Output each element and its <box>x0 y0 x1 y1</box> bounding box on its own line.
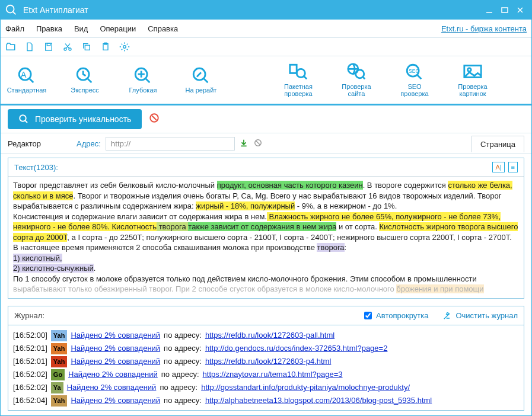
new-doc-icon[interactable] <box>24 41 35 52</box>
paste-icon[interactable] <box>100 41 111 52</box>
magnify-pencil-icon <box>191 66 211 85</box>
autoscroll-input[interactable] <box>364 312 372 319</box>
cut-icon[interactable] <box>62 41 73 52</box>
app-window: { "title": "Etxt Антиплагиат", "menu": {… <box>0 0 532 416</box>
editor-text[interactable]: Творог представляет из себя белковый кис… <box>8 177 524 298</box>
minimize-button[interactable] <box>482 4 497 16</box>
mode-seo[interactable]: SEO SEO проверка <box>394 63 435 97</box>
autoscroll-checkbox[interactable]: Автопрокрутка <box>362 310 428 321</box>
source-badge: Yah <box>51 330 68 341</box>
url-link[interactable]: https://znaytovar.ru/tema10.html?page=3 <box>203 368 343 381</box>
titlebar: Etxt Антиплагиат <box>1 1 531 20</box>
match-link[interactable]: Найдено 2% совпадений <box>71 342 160 355</box>
text-counter: Текст(1203): <box>14 163 58 172</box>
match-link[interactable]: Найдено 2% совпадений <box>68 368 158 381</box>
svg-rect-15 <box>290 65 297 73</box>
stop-icon[interactable] <box>149 113 160 126</box>
mode-rewrite[interactable]: На рерайт <box>181 66 221 94</box>
check-bar: Проверить уникальность <box>1 105 531 133</box>
journal-result: [16:52:05] Уникальность текста 79%© <box>13 408 519 411</box>
url-link[interactable]: https://refdb.ru/look/1272603-p4.html <box>205 355 331 368</box>
svg-rect-1 <box>502 8 508 12</box>
mode-standard[interactable]: A Стандартная <box>7 66 47 94</box>
toolbar-small <box>1 38 531 56</box>
url-link[interactable]: https://refdb.ru/look/1272603-pall.html <box>205 329 335 342</box>
time: [16:52:00] <box>13 329 47 342</box>
journal-row: [16:52:01] Yah Найдено 2% совпадений по … <box>13 342 519 355</box>
download-icon[interactable] <box>240 139 248 149</box>
magnify-a-icon: A <box>17 66 37 85</box>
label: На рерайт <box>186 87 217 94</box>
match-link[interactable]: Найдено 2% совпадений <box>67 381 157 394</box>
journal-row: [16:52:02] Ya Найдено 2% совпадений по а… <box>13 381 519 394</box>
time: [16:52:01] <box>13 342 47 355</box>
label: Проверка сайта <box>342 83 371 97</box>
match-link[interactable]: Найдено 2% совпадений <box>71 394 160 407</box>
seo-icon: SEO <box>404 63 425 82</box>
mode-batch[interactable]: Пакетная проверка <box>278 63 318 97</box>
app-logo-icon <box>4 3 18 17</box>
label: SEO проверка <box>400 83 428 97</box>
uniqueness-result[interactable]: Уникальность текста 79%© <box>53 408 171 411</box>
copy-icon[interactable] <box>81 41 92 52</box>
save-icon[interactable] <box>43 41 54 52</box>
open-icon[interactable] <box>5 41 16 52</box>
mode-site[interactable]: Проверка сайта <box>336 63 377 97</box>
batch-icon <box>288 63 308 82</box>
settings-icon[interactable] <box>119 41 130 52</box>
clear-journal-button[interactable]: Очистить журнал <box>442 311 518 321</box>
magnify-deep-icon <box>133 66 153 85</box>
editor-area: Текст(1203): A| ≡ Творог представляет из… <box>8 158 524 299</box>
source-badge: Yah <box>51 356 68 367</box>
label: Стандартная <box>7 87 47 94</box>
label: Проверить уникальность <box>35 114 131 124</box>
menu-file[interactable]: Файл <box>5 24 24 33</box>
svg-text:SEO: SEO <box>409 68 419 74</box>
journal-row: [16:52:02] Go Найдено 2% совпадений по а… <box>13 368 519 381</box>
etxt-link[interactable]: Etxt.ru - биржа контента <box>441 24 527 33</box>
svg-point-22 <box>468 68 472 72</box>
label: Глубокая <box>129 87 157 94</box>
svg-point-0 <box>7 5 14 13</box>
svg-rect-6 <box>85 45 90 50</box>
source-badge: Ya <box>51 382 63 393</box>
font-option-icon[interactable]: A| <box>492 162 504 172</box>
tab-page[interactable]: Страница <box>472 136 524 152</box>
journal-row: [16:52:04] Yah Найдено 2% совпадений по … <box>13 394 519 407</box>
editor-label: Редактор <box>8 139 41 148</box>
editor-header: Редактор Адрес: Страница <box>1 133 531 154</box>
check-uniqueness-button[interactable]: Проверить уникальность <box>8 109 142 129</box>
image-icon <box>463 63 483 82</box>
label: Пакетная проверка <box>284 83 313 97</box>
label: Проверка картинок <box>458 83 487 97</box>
url-link[interactable]: http://do.gendocs.ru/docs/index-372653.h… <box>205 342 388 355</box>
source-badge: Yah <box>51 343 68 354</box>
mode-express[interactable]: Экспресс <box>65 66 105 94</box>
close-button[interactable] <box>512 4 528 16</box>
address-input[interactable] <box>106 137 235 151</box>
menu-ops[interactable]: Операции <box>100 24 136 33</box>
menu-help[interactable]: Справка <box>148 24 178 33</box>
time: [16:52:02] <box>13 381 47 394</box>
source-badge: Go <box>51 369 65 380</box>
svg-rect-2 <box>46 43 52 50</box>
forbid-icon[interactable] <box>254 139 262 149</box>
globe-magnify-icon <box>346 63 367 82</box>
lines-option-icon[interactable]: ≡ <box>508 162 518 172</box>
match-link[interactable]: Найдено 2% совпадений <box>71 355 160 368</box>
journal-body[interactable]: [16:52:00] Yah Найдено 2% совпадений по … <box>8 325 524 411</box>
menu-edit[interactable]: Правка <box>36 24 62 33</box>
url-link[interactable]: http://alphabetneeta13.blogspot.com/2013… <box>205 394 432 407</box>
menu-view[interactable]: Вид <box>74 24 88 33</box>
maximize-button[interactable] <box>497 4 512 16</box>
app-title: Etxt Антиплагиат <box>23 5 88 15</box>
address-label: Адрес: <box>77 139 101 148</box>
svg-point-9 <box>123 46 126 49</box>
journal-row: [16:52:01] Yah Найдено 2% совпадений по … <box>13 355 519 368</box>
mode-images[interactable]: Проверка картинок <box>453 63 493 97</box>
url-link[interactable]: http://gosstandart.info/produkty-pitaniy… <box>201 381 410 394</box>
journal-header: Журнал: Автопрокрутка Очистить журнал <box>8 306 524 325</box>
magnify-clock-icon <box>75 66 95 85</box>
match-link[interactable]: Найдено 2% совпадений <box>71 329 160 342</box>
mode-deep[interactable]: Глубокая <box>123 66 163 94</box>
